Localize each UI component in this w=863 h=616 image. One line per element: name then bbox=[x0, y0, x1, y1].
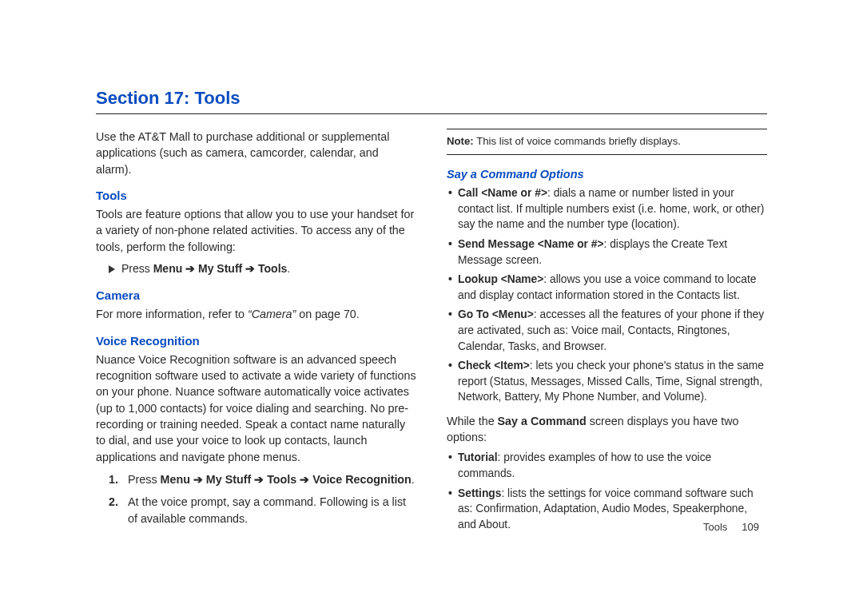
cmd-name: Call <Name or #> bbox=[458, 187, 547, 199]
nav-menu: Menu bbox=[153, 262, 183, 275]
page-number: 109 bbox=[742, 521, 759, 533]
voice-steps: 1. Press Menu ➔ My Stuff ➔ Tools ➔ Voice… bbox=[109, 471, 416, 527]
cmd-name: Lookup <Name> bbox=[458, 273, 543, 285]
step-bold: Tools bbox=[267, 473, 296, 486]
nav-press: Press bbox=[121, 262, 153, 275]
cmd-name: Go To <Menu> bbox=[458, 308, 534, 320]
arrow-icon: ➔ bbox=[190, 473, 206, 486]
note-box: Note: This list of voice commands briefl… bbox=[447, 129, 767, 155]
step-post: . bbox=[412, 473, 415, 486]
page-footer: Tools109 bbox=[703, 521, 759, 533]
list-item: Lookup <Name>: allows you use a voice co… bbox=[447, 272, 767, 303]
arrow-icon: ➔ bbox=[251, 473, 267, 486]
section-title: Section 17: Tools bbox=[96, 88, 767, 114]
options-list: Tutorial: provides examples of how to us… bbox=[447, 450, 767, 532]
cmd-name: Check <Item> bbox=[458, 360, 530, 372]
left-column: Use the AT&T Mall to purchase additional… bbox=[96, 129, 416, 540]
step-item: 2. At the voice prompt, say a command. F… bbox=[109, 494, 416, 527]
arrow-icon: ➔ bbox=[296, 473, 312, 486]
step-bold: My Stuff bbox=[206, 473, 251, 486]
arrow-icon: ➔ bbox=[242, 262, 258, 275]
note-label: Note: bbox=[447, 135, 474, 147]
cmd-name: Send Message <Name or #> bbox=[458, 238, 604, 250]
list-item: Call <Name or #>: dials a name or number… bbox=[447, 185, 767, 232]
say-command-heading: Say a Command Options bbox=[447, 166, 767, 183]
step-number: 2. bbox=[109, 494, 128, 527]
camera-heading: Camera bbox=[96, 287, 416, 304]
camera-reference: “Camera” bbox=[248, 308, 296, 320]
nav-path: Press Menu ➔ My Stuff ➔ Tools. bbox=[109, 261, 416, 277]
nav-tools: Tools bbox=[258, 262, 287, 275]
arrow-icon: ➔ bbox=[182, 262, 198, 275]
note-text: This list of voice commands briefly disp… bbox=[474, 135, 681, 147]
voice-recognition-heading: Voice Recognition bbox=[96, 332, 416, 349]
opt-name: Settings bbox=[458, 487, 501, 499]
manual-page: Section 17: Tools Use the AT&T Mall to p… bbox=[0, 0, 863, 616]
intro-paragraph: Use the AT&T Mall to purchase additional… bbox=[96, 129, 416, 177]
tools-paragraph: Tools are feature options that allow you… bbox=[96, 206, 416, 255]
camera-text-post: on page 70. bbox=[296, 308, 360, 320]
step-bold: Voice Recognition bbox=[312, 473, 412, 486]
two-column-layout: Use the AT&T Mall to purchase additional… bbox=[96, 129, 767, 540]
camera-paragraph: For more information, refer to “Camera” … bbox=[96, 306, 416, 322]
step-text: At the voice prompt, say a command. Foll… bbox=[128, 494, 416, 527]
step-bold: Menu bbox=[161, 473, 190, 486]
command-list: Call <Name or #>: dials a name or number… bbox=[447, 185, 767, 405]
list-item: Go To <Menu>: accesses all the features … bbox=[447, 307, 767, 354]
opt-name: Tutorial bbox=[458, 451, 498, 463]
camera-text-pre: For more information, refer to bbox=[96, 308, 248, 320]
list-item: Send Message <Name or #>: displays the C… bbox=[447, 236, 767, 268]
mid-paragraph: While the Say a Command screen displays … bbox=[447, 413, 767, 446]
right-column: Note: This list of voice commands briefl… bbox=[447, 129, 767, 540]
voice-recognition-paragraph: Nuance Voice Recognition software is an … bbox=[96, 352, 416, 465]
mid-bold: Say a Command bbox=[498, 415, 587, 427]
step-pre: Press bbox=[128, 473, 161, 486]
step-text: Press Menu ➔ My Stuff ➔ Tools ➔ Voice Re… bbox=[128, 471, 415, 487]
mid-pre: While the bbox=[447, 415, 498, 427]
footer-label: Tools bbox=[703, 521, 727, 533]
nav-period: . bbox=[287, 262, 290, 275]
step-item: 1. Press Menu ➔ My Stuff ➔ Tools ➔ Voice… bbox=[109, 471, 416, 487]
tools-heading: Tools bbox=[96, 187, 416, 204]
triangle-icon bbox=[109, 265, 115, 273]
step-number: 1. bbox=[109, 471, 128, 487]
list-item: Tutorial: provides examples of how to us… bbox=[447, 450, 767, 481]
nav-mystuff: My Stuff bbox=[198, 262, 242, 275]
list-item: Check <Item>: lets you check your phone'… bbox=[447, 358, 767, 405]
